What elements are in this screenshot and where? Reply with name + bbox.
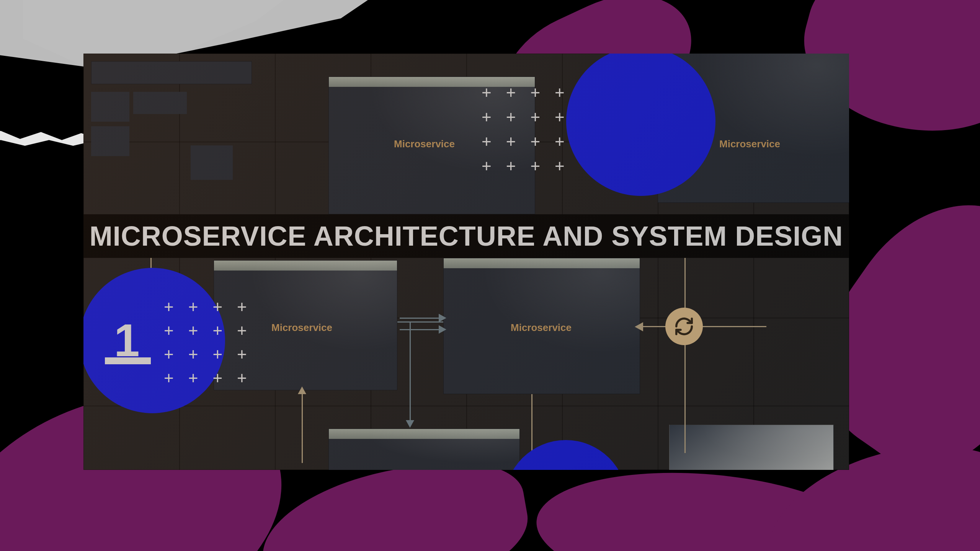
plus-grid: ++++ ++++ ++++ ++++ (164, 298, 247, 393)
sync-icon (665, 308, 703, 345)
microservice-label: Microservice (394, 138, 455, 150)
diagram-card: Microservice Microservice Microservice M… (83, 54, 849, 470)
microservice-label: Microservice (719, 138, 780, 150)
arrow-right-icon (439, 314, 446, 322)
ui-panel (669, 425, 834, 470)
accent-circle (566, 54, 715, 196)
connector (400, 329, 440, 330)
arrow-right-icon (439, 325, 446, 334)
plus-grid: ++++ ++++ ++++ ++++ (482, 84, 565, 182)
microservice-box (328, 429, 520, 470)
connector (684, 258, 686, 453)
ui-panel (91, 61, 252, 84)
connector (640, 326, 766, 327)
connector (397, 321, 443, 323)
stage: Microservice Microservice Microservice M… (0, 0, 980, 551)
badge-number: 1 (114, 314, 140, 367)
connector (400, 318, 440, 319)
accent-circle (505, 440, 627, 470)
arrow-up-icon (298, 386, 306, 394)
arrow-down-icon (406, 420, 414, 428)
arrow-left-icon (635, 322, 643, 331)
microservice-label: Microservice (271, 322, 332, 334)
microservice-label: Microservice (511, 322, 572, 334)
microservice-box: Microservice (443, 258, 640, 394)
page-title: MICROSERVICE ARCHITECTURE AND SYSTEM DES… (90, 220, 843, 252)
title-bar: MICROSERVICE ARCHITECTURE AND SYSTEM DES… (83, 214, 849, 258)
connector (410, 321, 411, 425)
connector (302, 390, 303, 463)
